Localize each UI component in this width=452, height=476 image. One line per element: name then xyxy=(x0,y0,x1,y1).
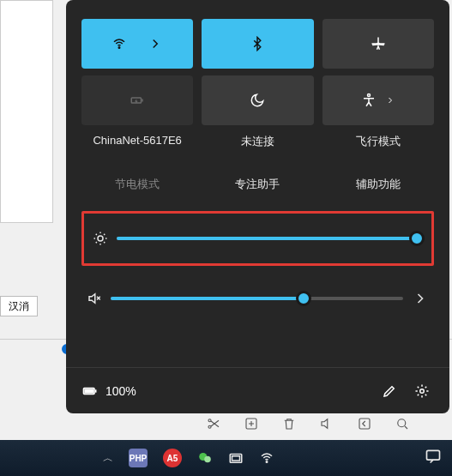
bluetooth-label: 未连接 xyxy=(202,134,313,149)
battery-icon xyxy=(81,383,99,400)
quick-settings-panel: ChinaNet-5617E6 未连接 飞行模式 节电模式 专注助手 辅助功能 … xyxy=(66,0,449,413)
svg-point-13 xyxy=(204,456,211,463)
taskbar-wifi-icon[interactable] xyxy=(259,450,274,466)
accessibility-tile[interactable] xyxy=(322,75,434,125)
notifications-icon[interactable] xyxy=(425,448,442,468)
moon-icon xyxy=(250,93,265,108)
background-cancel-button[interactable]: 汉消 xyxy=(0,296,38,316)
background-window xyxy=(0,0,53,223)
svg-point-7 xyxy=(208,419,211,422)
brightness-icon xyxy=(93,231,108,246)
airplane-label: 飞行模式 xyxy=(322,134,434,149)
battery-saver-label: 节电模式 xyxy=(81,177,193,192)
brightness-thumb[interactable] xyxy=(409,231,425,246)
svg-point-16 xyxy=(266,461,268,463)
brightness-fill xyxy=(117,237,417,240)
bluetooth-icon xyxy=(250,36,265,51)
volume-slider[interactable] xyxy=(111,297,403,300)
edit-button[interactable] xyxy=(377,379,401,403)
brightness-row xyxy=(81,211,434,266)
volume-thumb[interactable] xyxy=(296,291,311,306)
battery-saver-icon xyxy=(130,93,145,108)
pencil-icon xyxy=(382,383,397,399)
airplane-icon xyxy=(371,36,386,51)
svg-point-3 xyxy=(98,236,103,241)
svg-rect-10 xyxy=(359,419,370,429)
wifi-label: ChinaNet-5617E6 xyxy=(81,134,193,149)
taskbar-php-icon[interactable]: PHP xyxy=(129,449,148,467)
chevron-right-icon xyxy=(385,95,395,105)
settings-button[interactable] xyxy=(410,379,434,403)
chevron-right-icon xyxy=(148,36,163,51)
svg-rect-5 xyxy=(85,389,93,392)
wechat-icon[interactable] xyxy=(197,450,213,466)
taskbar-folder-icon[interactable] xyxy=(228,450,244,466)
tray-chevron-icon[interactable]: ︿ xyxy=(103,451,113,466)
trash-icon xyxy=(281,416,297,431)
taskbar[interactable]: ︿ PHP A5 xyxy=(0,440,452,476)
volume-row xyxy=(81,280,434,317)
speaker-icon xyxy=(319,416,334,431)
gear-icon xyxy=(414,383,430,399)
battery-status[interactable]: 100% xyxy=(81,383,136,400)
battery-saver-tile[interactable] xyxy=(81,75,193,125)
volume-mute-icon[interactable] xyxy=(87,291,102,306)
brightness-slider[interactable] xyxy=(117,237,423,240)
battery-text: 100% xyxy=(105,384,136,398)
add-icon xyxy=(244,416,259,431)
svg-point-6 xyxy=(420,389,425,393)
volume-expand-icon[interactable] xyxy=(412,290,429,307)
search-icon xyxy=(395,416,410,431)
focus-assist-label: 专注助手 xyxy=(202,177,313,192)
background-tray-icons xyxy=(206,414,446,433)
svg-point-2 xyxy=(367,94,370,97)
airplane-tile[interactable] xyxy=(322,19,434,69)
accessibility-label: 辅助功能 xyxy=(322,177,434,192)
back-icon xyxy=(357,416,372,431)
svg-point-8 xyxy=(208,425,211,428)
svg-rect-17 xyxy=(427,450,440,460)
scissors-icon xyxy=(206,416,221,431)
volume-fill xyxy=(111,297,304,300)
wifi-tile[interactable] xyxy=(81,19,193,69)
wifi-icon xyxy=(111,36,127,51)
panel-footer: 100% xyxy=(66,367,449,413)
focus-assist-tile[interactable] xyxy=(202,75,313,125)
accessibility-icon xyxy=(361,93,377,108)
bluetooth-tile[interactable] xyxy=(202,19,313,69)
svg-rect-15 xyxy=(232,456,240,461)
svg-point-11 xyxy=(398,419,406,427)
svg-point-0 xyxy=(118,47,120,49)
taskbar-a5-icon[interactable]: A5 xyxy=(163,449,182,467)
